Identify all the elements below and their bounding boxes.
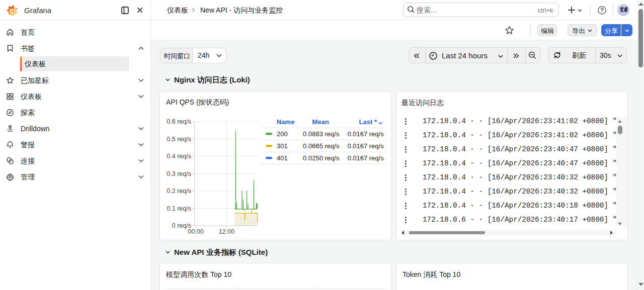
- svg-text:0.2 req/s: 0.2 req/s: [167, 187, 191, 195]
- svg-text:301: 301: [277, 142, 288, 150]
- svg-text:0.1 req/s: 0.1 req/s: [167, 205, 191, 212]
- svg-text:0.0167 req/s: 0.0167 req/s: [347, 130, 384, 138]
- svg-text:0.3 req/s: 0.3 req/s: [167, 170, 191, 177]
- svg-text:200: 200: [277, 130, 288, 138]
- svg-text:0.0167 req/s: 0.0167 req/s: [347, 142, 384, 150]
- svg-text:0.0167 req/s: 0.0167 req/s: [347, 154, 384, 162]
- svg-text:Name: Name: [277, 118, 294, 126]
- svg-text:12:00: 12:00: [219, 228, 234, 235]
- svg-text:Mean: Mean: [312, 118, 329, 126]
- svg-text:0.5 req/s: 0.5 req/s: [167, 136, 191, 143]
- svg-text:0.0250 req/s: 0.0250 req/s: [303, 154, 340, 162]
- svg-text:0.6 req/s: 0.6 req/s: [167, 118, 191, 125]
- svg-text:Last *: Last *: [359, 118, 377, 126]
- svg-text:0.4 req/s: 0.4 req/s: [167, 153, 191, 160]
- svg-text:0.0665 req/s: 0.0665 req/s: [303, 142, 340, 150]
- svg-text:401: 401: [277, 154, 288, 162]
- svg-text:00:00: 00:00: [188, 228, 203, 235]
- svg-text:0.0883 req/s: 0.0883 req/s: [303, 130, 340, 138]
